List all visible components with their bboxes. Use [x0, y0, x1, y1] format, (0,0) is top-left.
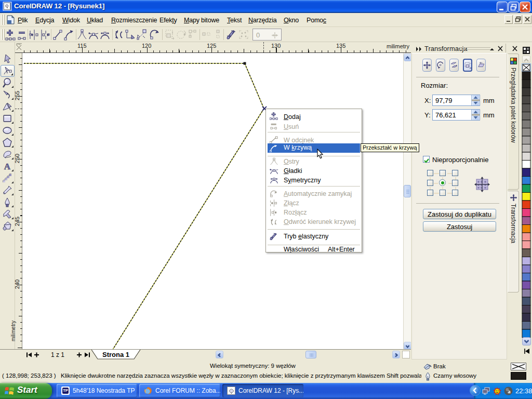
svg-text:a: a	[508, 388, 511, 394]
svg-text:A: A	[4, 162, 11, 171]
